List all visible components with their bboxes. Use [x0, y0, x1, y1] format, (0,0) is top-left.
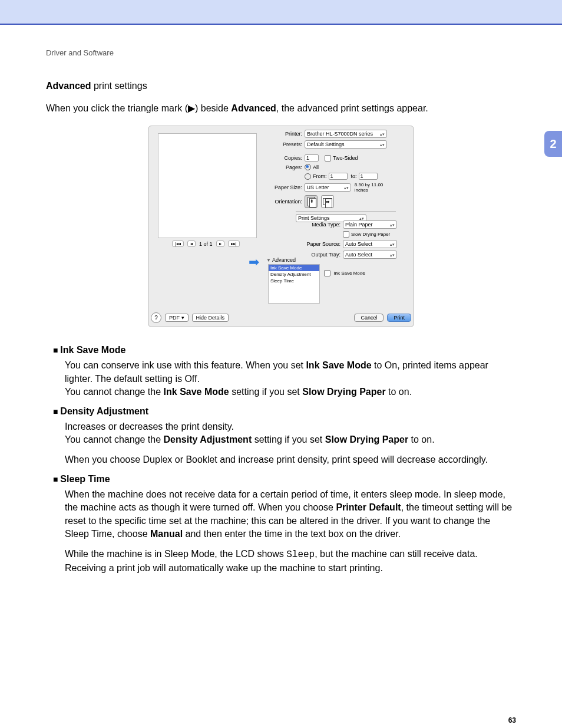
- presets-select[interactable]: Default Settings▴▾: [305, 140, 387, 149]
- ink-save-check-label: Ink Save Mode: [333, 271, 365, 276]
- copies-label: Copies:: [268, 155, 305, 161]
- last-page-button[interactable]: ▸▸|: [228, 241, 240, 247]
- next-page-button[interactable]: ▸: [216, 241, 224, 247]
- pages-from-input[interactable]: 1: [329, 173, 348, 180]
- copies-input[interactable]: 1: [305, 154, 319, 162]
- chapter-tab: 2: [544, 131, 562, 157]
- paper-source-select[interactable]: Auto Select▴▾: [343, 240, 397, 248]
- intro-paragraph: When you click the triangle mark (▶) bes…: [46, 102, 516, 115]
- pages-to-input[interactable]: 1: [359, 173, 378, 180]
- bullet-sleep-title: Sleep Time: [53, 474, 516, 485]
- chevron-updown-icon: ▴▾: [380, 132, 385, 136]
- advanced-item-ink-save[interactable]: Ink Save Mode: [269, 265, 319, 271]
- dialog-figure: |◂◂ ◂ 1 of 1 ▸ ▸▸| Printer: Brother HL-S…: [46, 126, 516, 327]
- ink-save-checkbox[interactable]: [324, 270, 330, 276]
- breadcrumb: Driver and Software: [46, 48, 516, 57]
- output-tray-select[interactable]: Auto Select▴▾: [343, 251, 397, 259]
- print-button[interactable]: Print: [387, 314, 411, 322]
- help-button[interactable]: ?: [151, 312, 161, 323]
- chevron-updown-icon: ▴▾: [344, 186, 349, 190]
- advanced-options-list: Ink Save Mode Density Adjustment Sleep T…: [268, 264, 320, 304]
- presets-label: Presets:: [268, 141, 305, 147]
- paper-dims: 8.50 by 11.00 inches: [355, 182, 398, 193]
- top-banner: [0, 0, 562, 25]
- bullet-density-title: Density Adjustment: [53, 406, 516, 417]
- print-preview-pane: [158, 133, 257, 238]
- bullet-density-p1: Increases or decreases the print density…: [65, 420, 516, 447]
- printer-select[interactable]: Brother HL-S7000DN series▴▾: [305, 130, 387, 138]
- chevron-updown-icon: ▴▾: [390, 223, 395, 227]
- disclosure-triangle-icon: ▼: [266, 258, 271, 263]
- from-label: From:: [313, 173, 327, 179]
- two-sided-label: Two-Sided: [333, 155, 358, 161]
- bullet-density-p2: When you choose Duplex or Booklet and in…: [65, 453, 516, 466]
- paper-size-label: Paper Size:: [268, 185, 304, 190]
- preview-nav: |◂◂ ◂ 1 of 1 ▸ ▸▸|: [172, 241, 240, 247]
- print-dialog: |◂◂ ◂ 1 of 1 ▸ ▸▸| Printer: Brother HL-S…: [148, 126, 414, 327]
- page-number: 63: [46, 716, 516, 724]
- chevron-updown-icon: ▴▾: [359, 216, 364, 220]
- output-tray-label: Output Tray:: [295, 252, 343, 258]
- pages-label: Pages:: [268, 164, 305, 170]
- prev-page-button[interactable]: ◂: [187, 241, 196, 247]
- slow-drying-checkbox[interactable]: [343, 231, 349, 238]
- orientation-label: Orientation:: [268, 199, 305, 205]
- pages-all-radio[interactable]: [305, 164, 311, 170]
- section-title: Advanced print settings: [46, 81, 516, 91]
- triangle-icon: ▶: [188, 103, 195, 113]
- bullet-sleep-p2: While the machine is in Sleep Mode, the …: [65, 548, 516, 575]
- bullet-ink-save-p1: You can conserve ink use with this featu…: [65, 359, 516, 398]
- pages-range-radio[interactable]: [305, 173, 311, 180]
- bullet-sleep-p1: When the machine does not receive data f…: [65, 488, 516, 541]
- pdf-menu-button[interactable]: PDF ▾: [165, 314, 189, 322]
- paper-source-label: Paper Source:: [295, 241, 343, 247]
- title-bold: Advanced: [46, 81, 91, 91]
- paper-size-select[interactable]: US Letter▴▾: [304, 183, 351, 192]
- media-type-label: Media Type:: [295, 222, 343, 228]
- orientation-portrait-button[interactable]: ⬍: [305, 195, 318, 208]
- to-label: to:: [351, 173, 357, 179]
- advanced-item-density[interactable]: Density Adjustment: [269, 271, 319, 278]
- title-rest: print settings: [91, 81, 147, 91]
- hide-details-button[interactable]: Hide Details: [192, 314, 229, 322]
- pages-all-label: All: [313, 164, 319, 170]
- bullet-ink-save-title: Ink Save Mode: [53, 345, 516, 355]
- media-type-select[interactable]: Plain Paper▴▾: [343, 220, 397, 229]
- printer-label: Printer:: [268, 131, 305, 137]
- slow-drying-label: Slow Drying Paper: [351, 232, 390, 237]
- advanced-item-sleep[interactable]: Sleep Time: [269, 278, 319, 284]
- callout-arrow-icon: ➡: [249, 255, 259, 270]
- chevron-updown-icon: ▴▾: [390, 242, 395, 246]
- chevron-updown-icon: ▴▾: [390, 253, 395, 257]
- page-counter: 1 of 1: [199, 241, 213, 247]
- advanced-toggle[interactable]: ▼Advanced: [266, 257, 296, 263]
- chevron-updown-icon: ▴▾: [380, 143, 385, 147]
- orientation-landscape-button[interactable]: ⬌: [321, 195, 334, 208]
- two-sided-checkbox[interactable]: [325, 155, 331, 162]
- first-page-button[interactable]: |◂◂: [172, 241, 184, 247]
- cancel-button[interactable]: Cancel: [354, 314, 384, 322]
